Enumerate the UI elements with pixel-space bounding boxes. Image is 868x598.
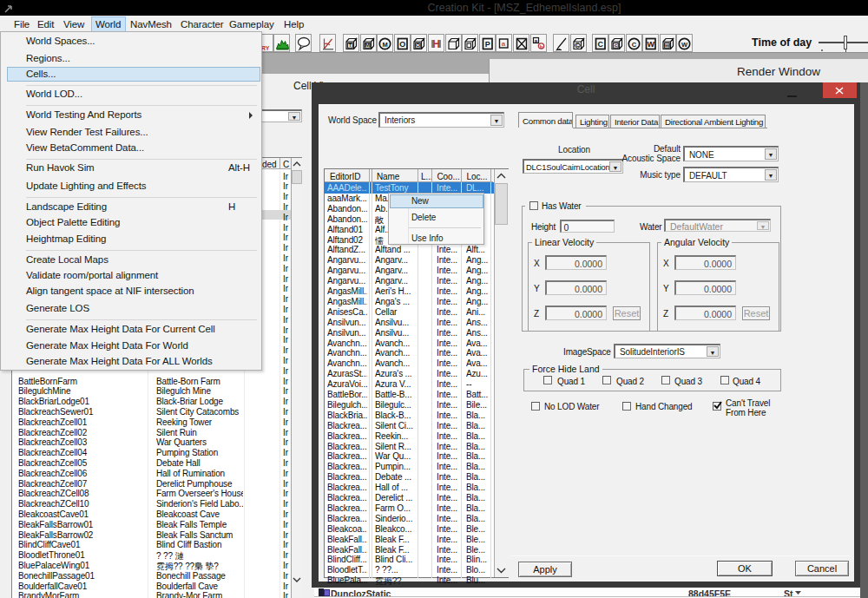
svg-text:O: O [416, 42, 420, 48]
svg-text:b: b [539, 44, 542, 49]
svg-text:C: C [597, 40, 603, 49]
svg-text:a: a [534, 38, 537, 43]
svg-text:w: w [663, 42, 668, 48]
svg-text:M: M [383, 41, 388, 49]
svg-text:RY: RY [261, 45, 270, 51]
svg-text:W: W [681, 41, 688, 49]
svg-text:C: C [631, 41, 636, 49]
svg-text:H: H [432, 38, 440, 50]
svg-text:W: W [647, 40, 654, 49]
svg-text:M: M [365, 42, 369, 48]
svg-text:c: c [615, 42, 618, 48]
svg-text:P: P [484, 40, 490, 49]
svg-text:C: C [575, 43, 579, 48]
svg-text:T: T [349, 42, 352, 48]
svg-text:O: O [399, 40, 405, 49]
svg-text:a: a [502, 40, 506, 48]
